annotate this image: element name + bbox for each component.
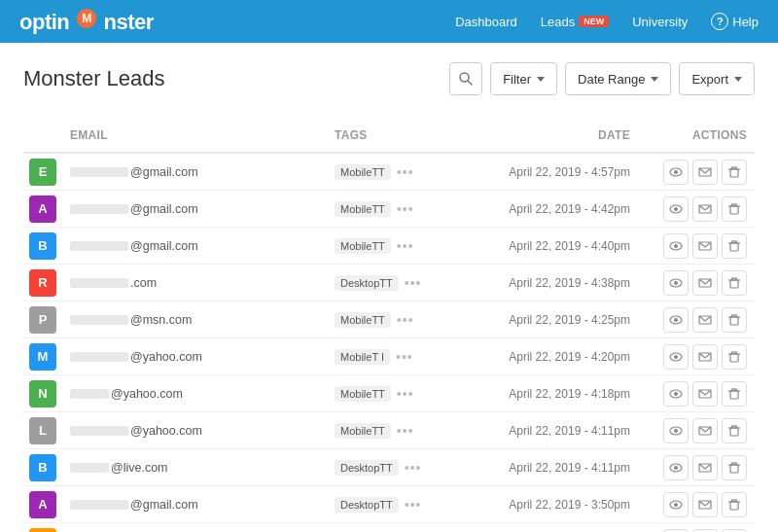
more-tags-dots[interactable]: ••• — [397, 238, 414, 254]
nav-help[interactable]: ? Help — [711, 13, 759, 30]
delete-button[interactable] — [722, 307, 747, 333]
view-button[interactable] — [663, 270, 689, 296]
delete-button[interactable] — [722, 529, 747, 533]
avatar: A — [29, 195, 56, 223]
email-button[interactable] — [692, 418, 718, 443]
more-tags-dots[interactable]: ••• — [396, 349, 413, 365]
leads-table: Email Tags Date Actions E@gmail.comMobil… — [23, 119, 755, 532]
email-button[interactable] — [692, 529, 718, 533]
cell-avatar: B — [23, 232, 62, 260]
cell-actions — [638, 270, 755, 296]
filter-button[interactable]: Filter — [490, 62, 557, 95]
header: optin M nster Dashboard Leads NEW Univer… — [0, 0, 778, 43]
cell-actions — [638, 455, 755, 480]
email-button[interactable] — [692, 381, 718, 407]
cell-actions — [638, 344, 755, 370]
svg-point-37 — [674, 318, 678, 322]
avatar: B — [29, 454, 56, 481]
cell-date: April 22, 2019 - 4:11pm — [443, 461, 638, 475]
nav-dashboard[interactable]: Dashboard — [455, 15, 517, 29]
nav-leads[interactable]: Leads NEW — [541, 15, 609, 29]
tag: MobileTT — [335, 164, 391, 180]
svg-point-69 — [674, 466, 678, 470]
more-tags-dots[interactable]: ••• — [405, 497, 422, 513]
view-button[interactable] — [663, 381, 689, 407]
nav-university[interactable]: University — [632, 15, 688, 29]
delete-button[interactable] — [722, 196, 747, 222]
delete-button[interactable] — [722, 160, 747, 185]
svg-line-3 — [468, 81, 472, 85]
delete-button[interactable] — [722, 492, 747, 517]
svg-point-21 — [674, 244, 678, 248]
cell-avatar: A — [23, 195, 62, 223]
more-tags-dots[interactable]: ••• — [397, 201, 414, 217]
svg-point-13 — [674, 207, 678, 211]
view-button[interactable] — [663, 418, 689, 443]
avatar: R — [29, 269, 56, 297]
delete-button[interactable] — [722, 270, 747, 296]
more-tags-dots[interactable]: ••• — [397, 312, 414, 328]
view-button[interactable] — [663, 344, 689, 370]
cell-tags: MobileT I••• — [327, 349, 443, 365]
email-button[interactable] — [692, 492, 718, 517]
svg-rect-31 — [730, 280, 738, 288]
delete-button[interactable] — [722, 233, 747, 259]
more-tags-dots[interactable]: ••• — [397, 423, 414, 439]
email-button[interactable] — [692, 307, 718, 333]
more-tags-dots[interactable]: ••• — [397, 164, 414, 180]
chevron-down-icon — [651, 77, 658, 82]
more-tags-dots[interactable]: ••• — [405, 460, 422, 476]
view-button[interactable] — [663, 307, 689, 333]
cell-tags: DesktopTT••• — [327, 460, 443, 476]
cell-tags: MobileTT••• — [327, 386, 443, 402]
table-row: M@yahoo.comMobileT I•••April 22, 2019 - … — [23, 338, 755, 375]
more-tags-dots[interactable]: ••• — [397, 386, 414, 402]
view-button[interactable] — [663, 492, 689, 517]
delete-button[interactable] — [722, 381, 747, 407]
email-button[interactable] — [692, 233, 718, 259]
cell-actions — [638, 492, 755, 517]
table-row: A@gmail.comMobileTT•••April 22, 2019 - 4… — [23, 191, 755, 228]
delete-button[interactable] — [722, 344, 747, 370]
view-button[interactable] — [663, 455, 689, 480]
logo-icon: M — [76, 8, 97, 29]
table-row: B@gmail.comMobileTT•••April 22, 2019 - 4… — [23, 228, 755, 265]
tag: DesktopTT — [335, 275, 399, 291]
cell-tags: MobileTT••• — [327, 423, 443, 439]
table-row: P@msn.comMobileTT•••April 22, 2019 - 4:2… — [23, 301, 755, 338]
cell-avatar: A — [23, 491, 62, 518]
view-button[interactable] — [663, 160, 689, 185]
email-button[interactable] — [692, 196, 718, 222]
view-button[interactable] — [663, 233, 689, 259]
svg-point-77 — [674, 503, 678, 507]
export-button[interactable]: Export — [679, 62, 755, 95]
date-range-button[interactable]: Date Range — [565, 62, 671, 95]
svg-rect-55 — [730, 391, 738, 399]
page-title: Monster Leads — [23, 66, 165, 91]
email-button[interactable] — [692, 270, 718, 296]
email-button[interactable] — [692, 344, 718, 370]
tag: MobileTT — [335, 238, 391, 254]
avatar: N — [29, 380, 56, 408]
view-button[interactable] — [663, 529, 689, 533]
chevron-down-icon — [734, 77, 742, 82]
svg-point-61 — [674, 429, 678, 433]
view-button[interactable] — [663, 196, 689, 222]
avatar: E — [29, 159, 56, 186]
cell-avatar: M — [23, 343, 62, 371]
cell-actions — [638, 196, 755, 222]
col-date: Date — [443, 124, 638, 146]
cell-tags: DesktopTT••• — [327, 497, 443, 513]
search-button[interactable] — [449, 62, 482, 95]
delete-button[interactable] — [722, 418, 747, 443]
table-row: L@yahoo.comMobileTT•••April 22, 2019 - 4… — [23, 412, 755, 449]
email-button[interactable] — [692, 160, 718, 185]
email-button[interactable] — [692, 455, 718, 480]
cell-date: April 22, 2019 - 4:38pm — [443, 276, 638, 290]
cell-email: .com — [62, 276, 327, 290]
cell-date: April 22, 2019 - 4:25pm — [443, 313, 638, 327]
cell-email: @gmail.com — [62, 165, 327, 179]
table-header: Email Tags Date Actions — [23, 119, 755, 154]
delete-button[interactable] — [722, 455, 747, 480]
more-tags-dots[interactable]: ••• — [405, 275, 422, 291]
